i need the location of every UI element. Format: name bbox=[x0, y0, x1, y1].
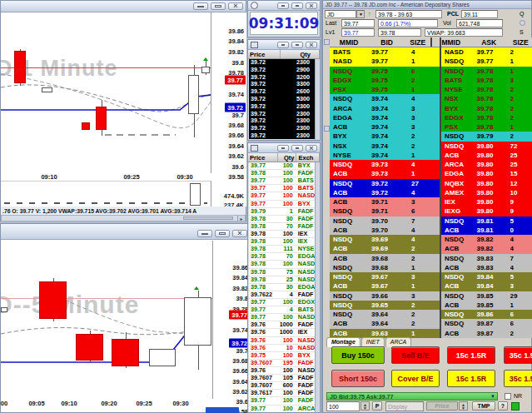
tape-header-cell[interactable]: Exch bbox=[296, 153, 320, 162]
depth-table-body[interactable]: 39.72230039.72290039.72320039.72330039.7… bbox=[249, 59, 316, 139]
level2-ask-row[interactable]: NASD39.772 bbox=[441, 47, 532, 57]
level2-bid-row[interactable]: ACB39.642 bbox=[330, 319, 440, 328]
level2-header-cell[interactable]: MMID bbox=[432, 37, 470, 47]
level2-ask-row[interactable]: ARCA39.8025 bbox=[441, 160, 532, 169]
level2-bid-row[interactable]: EDGA39.743 bbox=[330, 113, 440, 122]
price-stepper[interactable]: ▲▼ bbox=[459, 401, 468, 411]
gutter-icon[interactable] bbox=[324, 126, 330, 132]
level2-bid-row[interactable]: NSDQ39.694 bbox=[330, 235, 440, 244]
level2-ask-row[interactable]: NSDQ39.837 bbox=[441, 254, 532, 263]
level2-bid-row[interactable]: NSDQ39.716 bbox=[330, 206, 440, 216]
day-range-field[interactable]: 39.78 - 39.63 bbox=[375, 10, 442, 18]
level2-ask-row[interactable]: NQBX39.8012 bbox=[441, 179, 532, 188]
bidask-status-bar[interactable]: JD Bid:39.75 Ask:39.77 ▼ bbox=[326, 392, 498, 401]
order-button-buy-150c[interactable]: Buy 150c bbox=[331, 346, 385, 364]
level2-ask-row[interactable]: NSDQ39.815 bbox=[441, 216, 532, 226]
level2-bid-row[interactable]: NSDQ39.734 bbox=[330, 160, 440, 169]
tape-table-body[interactable]: 39.77100BYX39.78100FADF39.77100BATS39.77… bbox=[249, 162, 317, 412]
level2-bid-row[interactable]: ACB39.671 bbox=[330, 281, 440, 291]
level2-bid-row[interactable]: NSDQ39.681 bbox=[330, 263, 440, 272]
level2-ask-row[interactable]: NSDQ39.866 bbox=[441, 310, 532, 319]
help-button[interactable]: ? bbox=[498, 401, 508, 411]
pcl-field[interactable]: 39.11 bbox=[461, 10, 498, 18]
level2-header-cell[interactable]: BID bbox=[368, 37, 405, 47]
order-button-sell-b-e[interactable]: Sell B/E bbox=[391, 346, 440, 364]
depth-header-cell[interactable]: Price bbox=[248, 50, 281, 58]
nr-checkbox[interactable] bbox=[505, 393, 511, 400]
s-button[interactable]: S bbox=[520, 28, 524, 37]
level2-ask-row[interactable]: NSDQ39.792 bbox=[441, 132, 532, 141]
order-button-15c-1-5r[interactable]: 15c 1.5R bbox=[447, 346, 495, 364]
quantity-stepper[interactable]: ▲▼ bbox=[360, 401, 370, 411]
display-field[interactable]: Display bbox=[385, 401, 424, 411]
level2-titlebar[interactable]: JD 39.77 -- 39.78 JD.com Inc - American … bbox=[323, 1, 531, 9]
level2-bid-row[interactable]: ACB39.731 bbox=[330, 169, 440, 178]
order-button-15c-1-5r[interactable]: 15c 1.5R bbox=[447, 370, 495, 387]
close-icon[interactable] bbox=[306, 145, 317, 152]
level2-ask-row[interactable]: NYSE39.782 bbox=[441, 85, 532, 94]
price-button[interactable]: Price bbox=[426, 401, 458, 411]
level2-bid-row[interactable]: ACB39.743 bbox=[330, 122, 440, 132]
level2-bid-row[interactable]: BATS39.774 bbox=[330, 47, 440, 57]
level2-bid-row[interactable]: NSDQ39.663 bbox=[330, 291, 440, 301]
chart2-plot-area[interactable]: D--5 Minute bbox=[1, 241, 213, 399]
symbol-input[interactable]: JD bbox=[325, 10, 356, 18]
close-icon[interactable] bbox=[228, 2, 243, 10]
tape-header-cell[interactable]: Price bbox=[248, 153, 278, 162]
tape-header-cell[interactable]: Qty bbox=[278, 153, 296, 162]
tmp-button[interactable]: TMP bbox=[472, 401, 495, 411]
order-button-short-150c[interactable]: Short 150c bbox=[331, 370, 385, 387]
level2-ask-row[interactable]: ACB39.851 bbox=[441, 301, 532, 310]
level2-bid-row[interactable]: ACB39.682 bbox=[330, 254, 440, 263]
level2-ask-row[interactable]: BYX39.782 bbox=[441, 104, 532, 113]
minimize-button[interactable] bbox=[193, 2, 208, 10]
level2-ask-row[interactable]: IEX39.809 bbox=[441, 197, 532, 206]
level2-ask-row[interactable]: NSDQ39.876 bbox=[441, 319, 532, 328]
chevron-down-icon[interactable]: ▼ bbox=[490, 394, 495, 399]
minimize-button[interactable] bbox=[197, 230, 212, 237]
chart1-plot-area[interactable]: D 1 Minute bbox=[1, 12, 211, 173]
level2-bid-row[interactable]: EDGX39.752 bbox=[330, 76, 440, 85]
level2-ask-row[interactable]: NSDQ39.781 bbox=[441, 67, 532, 76]
level2-bid-row[interactable]: NSX39.742 bbox=[330, 142, 440, 151]
level2-header-cell[interactable]: SIZE bbox=[405, 37, 432, 47]
level2-bid-row[interactable]: NSDQ39.707 bbox=[330, 216, 440, 226]
level2-ask-row[interactable]: NSDQ39.8072 bbox=[441, 142, 532, 151]
level2-bid-row[interactable]: ARCA39.743 bbox=[330, 104, 440, 113]
order-button-35c-1-5r[interactable]: 35c 1.5R bbox=[504, 346, 532, 364]
level2-header-cell[interactable]: SIZE bbox=[507, 37, 532, 47]
depth-header-cell[interactable]: Qty bbox=[281, 50, 320, 58]
level2-bid-row[interactable]: NSDQ39.756 bbox=[330, 67, 440, 76]
level2-bid-row[interactable]: ACB39.692 bbox=[330, 244, 440, 253]
level2-bid-row[interactable]: BYX39.742 bbox=[330, 132, 440, 141]
level2-ask-row[interactable]: NSDQ39.845 bbox=[441, 272, 532, 281]
level2-bid-row[interactable]: NYSE39.741 bbox=[330, 151, 440, 160]
level2-bid-row[interactable]: NASD39.771 bbox=[330, 57, 440, 66]
order-button-cover-b-e[interactable]: Cover B/E bbox=[391, 370, 440, 387]
level2-ask-row[interactable]: PSX39.781 bbox=[441, 122, 532, 132]
level2-ask-row[interactable]: ACB39.834 bbox=[441, 263, 532, 272]
level2-bid-row[interactable]: NSDQ39.744 bbox=[330, 94, 440, 103]
level2-ask-row[interactable]: IEXG39.809 bbox=[441, 206, 532, 216]
chart1-hscrollbar[interactable]: ▸ bbox=[1, 215, 246, 221]
q-button[interactable]: Q bbox=[520, 10, 524, 18]
level2-header-cell[interactable]: MMID bbox=[330, 37, 368, 47]
level2-ask-row[interactable]: ACB39.843 bbox=[441, 281, 532, 291]
depth-vscrollbar[interactable] bbox=[315, 59, 319, 140]
maximize-button[interactable] bbox=[215, 230, 230, 237]
close-icon[interactable] bbox=[232, 230, 247, 237]
p-button[interactable]: P bbox=[372, 401, 382, 411]
hand-icon[interactable] bbox=[520, 20, 525, 26]
level2-ask-row[interactable]: ACB39.810 bbox=[441, 226, 532, 235]
level2-bid-row[interactable]: NSDQ39.673 bbox=[330, 272, 440, 281]
level2-bid-row[interactable]: ACB39.724 bbox=[330, 188, 440, 197]
depth-row[interactable]: 39.722300 bbox=[249, 132, 316, 139]
level2-bid-row[interactable]: NSDQ39.652 bbox=[330, 301, 440, 310]
minimize-button[interactable] bbox=[277, 2, 289, 9]
minimize-button[interactable] bbox=[277, 145, 289, 152]
maximize-button[interactable] bbox=[291, 2, 303, 9]
order-button-35c-1-5r[interactable]: 35c 1.5R bbox=[504, 370, 532, 387]
level2-ask-row[interactable]: NSDQ39.8529 bbox=[441, 291, 532, 301]
level2-ask-row[interactable]: ACB39.8025 bbox=[441, 151, 532, 160]
level2-ask-row[interactable]: NSX39.782 bbox=[441, 94, 532, 103]
